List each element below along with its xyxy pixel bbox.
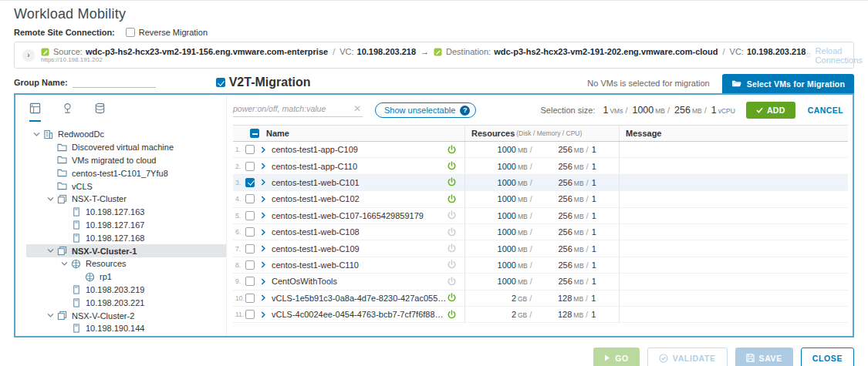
tree-item-10-198-203-219[interactable]: 10.198.203.219: [26, 284, 226, 297]
table-row[interactable]: 11.vCLS-4c0024ee-0454-4763-bcb7-7cf7f6f8…: [233, 307, 848, 323]
row-checkbox[interactable]: [245, 194, 255, 203]
tab-vms-and-templates[interactable]: [62, 102, 73, 122]
power-icon: [447, 260, 457, 270]
power-icon: [447, 277, 457, 287]
tree-item-nsx-v-cluster-2[interactable]: NSX-V-Cluster-2: [26, 309, 226, 322]
chevron-down-icon[interactable]: [47, 196, 54, 202]
validate-button[interactable]: VALIDATE: [647, 348, 728, 366]
save-button[interactable]: SAVE: [735, 348, 793, 366]
chevron-right-icon[interactable]: [261, 229, 266, 236]
row-number: 1.: [233, 146, 245, 153]
expand-connection-chevron[interactable]: ›: [22, 49, 35, 62]
add-button-label: ADD: [767, 106, 785, 115]
tree-item-label: 10.198.203.219: [86, 285, 144, 294]
row-checkbox[interactable]: [245, 294, 255, 303]
table-row[interactable]: 10.vCLS-1e5b91c3-0a8a-4d7e-8230-427ac055…: [233, 290, 848, 307]
close-button[interactable]: CLOSE: [801, 348, 854, 366]
chevron-right-icon[interactable]: [261, 245, 266, 252]
select-vms-tab[interactable]: Select VMs for Migration: [722, 74, 854, 93]
destination-value: wdc-p3-hs2-hcx23-vm2-191-202.eng.vmware.…: [494, 47, 718, 56]
chevron-down-icon[interactable]: [47, 313, 54, 318]
row-checkbox[interactable]: [245, 178, 255, 187]
tree-item-nsx-v-cluster-1[interactable]: NSX-V-Cluster-1: [26, 244, 226, 257]
table-row[interactable]: 8.centos-test1-web-C1101000MB/256MB/1: [233, 257, 848, 274]
cancel-button[interactable]: CANCEL: [808, 106, 843, 115]
chevron-down-icon[interactable]: [61, 261, 68, 267]
chevron-right-icon[interactable]: [261, 196, 266, 203]
v2t-migration-checkbox[interactable]: V2T-Migration: [216, 76, 311, 89]
row-checkbox[interactable]: [245, 277, 255, 286]
tree-item-nsx-t-cluster[interactable]: NSX-T-Cluster: [26, 193, 226, 206]
vm-filter-input[interactable]: power:on/off, match:value ✕: [233, 103, 363, 117]
folder-icon: [57, 156, 67, 164]
help-badge-icon[interactable]: ?: [460, 106, 470, 116]
checkbox-checked-icon[interactable]: [216, 78, 225, 87]
tree-item-rp1[interactable]: rp1: [26, 270, 226, 284]
table-row[interactable]: 1.centos-test1-app-C1091000MB/256MB/1: [233, 142, 848, 158]
tree-item-10-198-190-144[interactable]: 10.198.190.144: [26, 322, 226, 335]
tree-item-resources[interactable]: Resources: [26, 257, 226, 270]
tree-item-discovered-virtual-machine[interactable]: Discovered virtual machine: [26, 141, 226, 154]
row-checkbox[interactable]: [245, 211, 255, 220]
row-checkbox[interactable]: [245, 244, 255, 254]
table-row[interactable]: 3.centos-test1-web-C1011000MB/256MB/1: [233, 175, 848, 191]
select-all-checkbox[interactable]: [250, 129, 259, 138]
source-label: Source:: [53, 47, 83, 56]
chevron-right-icon[interactable]: [261, 294, 266, 301]
table-row[interactable]: 4.centos-test1-web-C1021000MB/256MB/1: [233, 191, 848, 207]
power-icon: [447, 310, 457, 320]
source-vc-value: 10.198.203.218: [357, 47, 416, 56]
row-checkbox[interactable]: [245, 227, 255, 237]
refresh-icon: [806, 51, 811, 59]
chevron-right-icon[interactable]: [261, 311, 266, 318]
table-row[interactable]: 6.centos-test1-web-C1081000MB/256MB/1: [233, 224, 848, 240]
tree-item-10-198-203-221[interactable]: 10.198.203.221: [26, 296, 226, 309]
chevron-right-icon[interactable]: [261, 179, 266, 186]
tree-item-vcls[interactable]: vCLS: [26, 180, 226, 193]
resource-pool-icon: [85, 272, 95, 282]
show-unselectable-button[interactable]: Show unselectable ?: [375, 102, 476, 118]
tree-item-10-198-127-167[interactable]: 10.198.127.167: [26, 219, 226, 232]
tab-storage[interactable]: [94, 102, 106, 122]
chevron-right-icon[interactable]: [261, 212, 266, 219]
source-url: https://10.198.191.202: [41, 56, 806, 63]
row-checkbox[interactable]: [245, 145, 255, 154]
tree-item-vms-migrated-to-cloud[interactable]: VMs migrated to cloud: [26, 154, 226, 167]
vm-resources: 1000MB/256MB/1: [464, 224, 619, 240]
tree-item-centos-test1-c101-7yfu8[interactable]: centos-test1-C101_7Yfu8: [26, 166, 226, 180]
row-checkbox[interactable]: [245, 310, 255, 319]
tab-hosts-and-clusters[interactable]: [29, 102, 41, 122]
add-button[interactable]: ADD: [746, 102, 795, 119]
row-checkbox[interactable]: [245, 162, 255, 171]
table-row[interactable]: 5.centos-test1-web-C107-1665429859179100…: [233, 208, 848, 224]
chevron-down-icon[interactable]: [47, 248, 54, 254]
table-row[interactable]: 7.centos-test1-web-C1091000MB/256MB/1: [233, 240, 848, 257]
go-button[interactable]: GO: [593, 348, 640, 366]
row-number: 2.: [233, 163, 245, 170]
chevron-down-icon[interactable]: [33, 132, 40, 137]
checkbox-icon[interactable]: [126, 28, 135, 37]
power-icon: [447, 227, 457, 237]
vm-selection-panel: RedwoodDcDiscovered virtual machineVMs m…: [14, 93, 854, 337]
chevron-right-icon[interactable]: [261, 146, 266, 153]
chevron-right-icon[interactable]: [261, 261, 266, 268]
chevron-right-icon[interactable]: [261, 163, 266, 170]
chevron-right-icon[interactable]: [261, 278, 266, 285]
vm-resources: 1000MB/256MB/1: [464, 208, 619, 223]
tree-item-10-198-127-163[interactable]: 10.198.127.163: [26, 206, 226, 219]
source-vc-label: VC:: [339, 47, 353, 56]
no-vms-status-text: No VMs is selected for migration: [587, 79, 709, 93]
selection-metric: 1vCPU: [707, 105, 735, 116]
table-row[interactable]: 2.centos-test1-app-C1101000MB/256MB/1: [233, 158, 848, 174]
reload-connections-button[interactable]: Reload Connections: [806, 46, 865, 65]
tree-item-redwooddc[interactable]: RedwoodDc: [26, 128, 226, 141]
tree-item-10-198-127-168[interactable]: 10.198.127.168: [26, 231, 226, 244]
reverse-migration-checkbox[interactable]: Reverse Migration: [126, 28, 208, 37]
clear-filter-icon[interactable]: ✕: [352, 103, 363, 114]
table-row[interactable]: 9.CentOsWithTools1000MB/256MB/1: [233, 274, 848, 290]
row-checkbox[interactable]: [245, 260, 255, 270]
vm-name: centos-test1-web-C109: [272, 244, 360, 254]
tree-item-label: NSX-V-Cluster-1: [72, 247, 137, 256]
group-name-input[interactable]: [73, 77, 156, 88]
v2t-migration-label: V2T-Migration: [229, 76, 311, 89]
